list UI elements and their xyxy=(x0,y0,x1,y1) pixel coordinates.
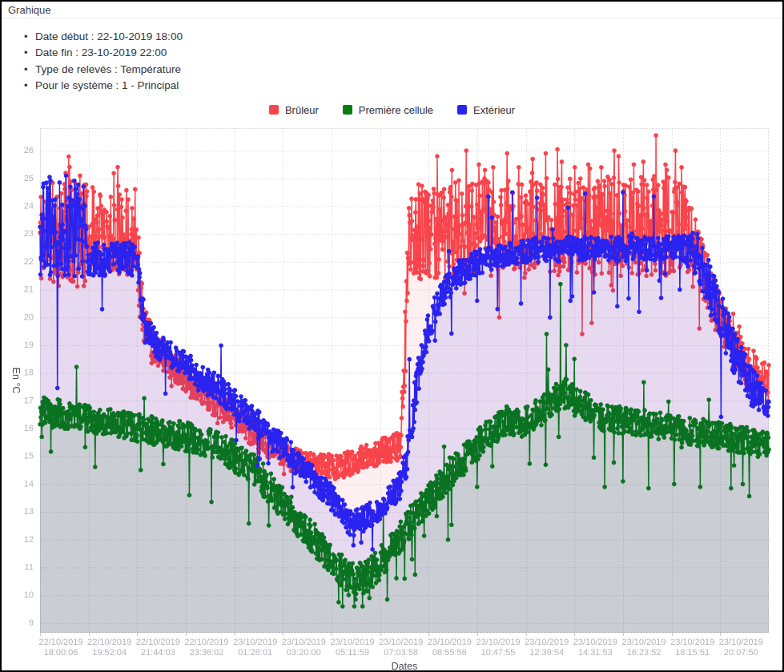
window-titlebar: Grahique xyxy=(2,2,782,18)
info-list-item-text: Date début : 22-10-2019 18:00 xyxy=(35,30,183,42)
legend-item[interactable]: Brûleur xyxy=(269,104,319,116)
bullet-icon: • xyxy=(24,30,35,42)
info-list-item: •Type de relevés : Température xyxy=(24,63,183,79)
bullet-icon: • xyxy=(24,79,35,91)
info-list-item: •Date fin : 23-10-2019 22:00 xyxy=(24,46,183,62)
bullet-icon: • xyxy=(24,46,35,58)
legend-item[interactable]: Extérieur xyxy=(457,104,515,116)
legend-swatch-icon xyxy=(269,105,279,115)
report-info-list: •Date début : 22-10-2019 18:00•Date fin … xyxy=(24,30,183,96)
chart-area xyxy=(3,122,784,672)
page-title: Grahique xyxy=(2,2,782,18)
info-list-item: •Date début : 22-10-2019 18:00 xyxy=(24,30,183,46)
legend-label: Brûleur xyxy=(285,104,319,116)
legend-swatch-icon xyxy=(457,105,467,115)
info-list-item-text: Type de relevés : Température xyxy=(35,63,181,75)
bullet-icon: • xyxy=(24,63,35,75)
info-list-item-text: Date fin : 23-10-2019 22:00 xyxy=(35,46,167,58)
app-window: { "window": { "title": "Grahique" }, "in… xyxy=(0,0,784,672)
info-list-item-text: Pour le système : 1 - Principal xyxy=(35,79,179,91)
legend-label: Première cellule xyxy=(359,104,433,116)
info-list-item: •Pour le système : 1 - Principal xyxy=(24,79,183,95)
legend-label: Extérieur xyxy=(473,104,515,116)
legend-item[interactable]: Première cellule xyxy=(343,104,433,116)
chart-legend: BrûleurPremière celluleExtérieur xyxy=(2,103,782,117)
temperature-chart-canvas xyxy=(3,122,784,672)
legend-swatch-icon xyxy=(343,105,352,115)
